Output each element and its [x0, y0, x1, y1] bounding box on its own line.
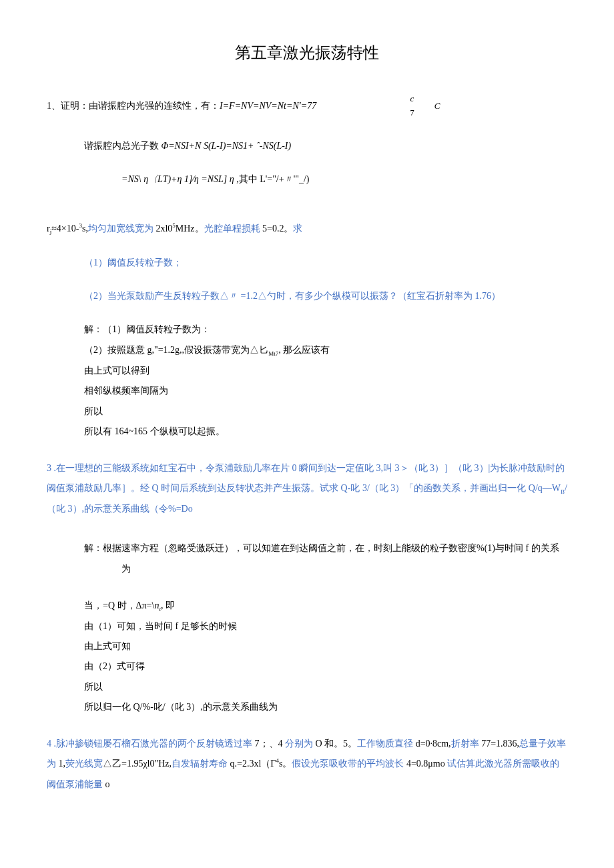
p21-blue4: 折射率 — [451, 739, 479, 749]
sol3-line4: 由（2）式可得 — [47, 659, 567, 674]
solution-2: （2）按照题意 g,"=1.2g,,假设振荡带宽为△匕Mt7, 那么应该有 — [47, 343, 567, 358]
p8-prefix: （2）按照题意 g,"=1.2g,,假设振荡带宽为△匕 — [84, 345, 268, 355]
proof-line-1: 1、证明：由谐振腔内光强的连续性，有：I=F=NV=NV=Nt=N'=77 c … — [47, 92, 567, 120]
frac-bot-1: 7 — [410, 106, 414, 120]
p4-blue1: 均匀加宽线宽为 — [88, 223, 154, 233]
p21-black4: 77=1.836, — [479, 739, 519, 749]
proof-line-2-prefix: 谐振腔内总光子数 — [84, 141, 162, 151]
proof-formula-3: =NS\ η〈LT)+η 1]∕η =NSL] η , — [121, 174, 239, 184]
p21-blue6: 荧光线宽 — [65, 759, 103, 769]
sol3-line3: 由上式可知 — [47, 639, 567, 654]
p21-black10: o — [103, 779, 110, 789]
p13-main: 3 .在一理想的三能级系统如红宝石中，令泵浦鼓励几率在片 0 瞬间到达一定值叱 … — [47, 463, 565, 494]
solution-5: 所以 — [47, 404, 567, 419]
problem-4: 4 .脉冲掺锁钮屡石榴石激光器的两个反射镜透过率 7；、4 分别为 O 和。5。… — [47, 734, 567, 795]
sol3-line6: 所以归一化 Q/%-叱/（叱 3）,的示意关系曲线为 — [47, 700, 567, 715]
proof-formula-2: Φ=NSI+N S(L-I)=NS1+ ˆ-NS(L-I) — [162, 141, 292, 151]
p21-black2: O 和。5。 — [313, 739, 357, 749]
p21-blue7: 自发辐射寿命 — [172, 759, 228, 769]
p4-mid5: 5=0.2。 — [260, 223, 294, 233]
p4-mid3: 2xl0 — [154, 223, 172, 233]
solution-1: 解：（1）阈值反转粒子数为： — [47, 322, 567, 337]
fraction-1: c 7 — [410, 92, 414, 120]
proof-line-3-suffix: 其中 L'="/+〃'"_/) — [239, 174, 310, 184]
p4-mid2: s, — [82, 223, 88, 233]
p21-black9: 4=0.8μmo — [404, 759, 447, 769]
p4-blue3: 求 — [293, 223, 302, 233]
problem-3-solution-intro: 解：根据速率方程（忽略受激跃迁），可以知道在到达阈值之前，在，时刻上能级的粒子数… — [84, 538, 567, 580]
frac-top-2: C — [434, 99, 440, 113]
p15-prefix: 当，=Q 时，Δπ=\ — [84, 600, 154, 610]
proof-line-2: 谐振腔内总光子数 Φ=NSI+N S(L-I)=NS1+ ˆ-NS(L-I) — [47, 139, 567, 153]
p21-blue2: 分别为 — [285, 739, 313, 749]
chapter-title: 第五章激光振荡特性 — [47, 40, 567, 65]
sol3-line1: 当，=Q 时，Δπ=\nt, 即 — [47, 598, 567, 614]
solution-4: 相邻纵模频率间隔为 — [47, 384, 567, 398]
p21-blue1: 脉冲掺锁钮屡石榴石激光器的两个反射镜透过率 — [56, 739, 252, 749]
sol3-line2: 由（1）可知，当时间 f 足够长的时候 — [47, 619, 567, 634]
p21-black3: d=0∙8cm, — [413, 739, 451, 749]
problem-3: 3 .在一理想的三能级系统如红宝石中，令泵浦鼓励几率在片 0 瞬间到达一定值叱 … — [47, 458, 567, 520]
p21-black5: 1, — [56, 759, 65, 769]
sol3-line5: 所以 — [47, 680, 567, 695]
p8-sub: Mt7 — [268, 350, 278, 357]
p21-black7: q.=2.3xl（Γ — [228, 759, 276, 769]
p21-blue3: 工作物质直径 — [357, 739, 413, 749]
question-1: （1）阈值反转粒子数； — [47, 256, 567, 270]
p8-suffix: , 那么应该有 — [278, 345, 330, 355]
p14-text: 解：根据速率方程（忽略受激跃迁），可以知道在到达阈值之前，在，时刻上能级的粒子数… — [47, 543, 559, 574]
p21-black1: 7；、4 — [252, 739, 285, 749]
problem-2-intro: rj≈4×10-3s,均匀加宽线宽为 2xl05MHz。光腔单程损耗 5=0.2… — [47, 221, 567, 237]
fraction-2: C — [434, 99, 440, 113]
solution-3: 由上式可以得到 — [47, 364, 567, 378]
p21-blue8: 假设光泵吸收带的平均波长 — [292, 759, 404, 769]
proof-label: 1、证明：由谐振腔内光强的连续性，有： — [47, 101, 220, 111]
p4-blue2: 光腔单程损耗 — [204, 223, 260, 233]
p4-mid4: MHz。 — [176, 223, 204, 233]
question-2: （2）当光泵鼓励产生反转粒子数△〃 =1.2△勺时，有多少个纵模可以振荡？（红宝… — [47, 289, 567, 304]
p4-mid1: ≈4×10- — [51, 223, 79, 233]
frac-top-1: c — [410, 92, 414, 106]
p21-black8: s。 — [279, 759, 292, 769]
p15-suffix: , 即 — [161, 600, 175, 610]
p21-num: 4 . — [47, 739, 56, 749]
proof-line-3: =NS\ η〈LT)+η 1]∕η =NSL] η ,其中 L'="/+〃'"_… — [47, 172, 567, 187]
p21-black6: △乙=1.95χl0"Hz, — [103, 759, 172, 769]
solution-6: 所以有 164~165 个纵模可以起振。 — [47, 424, 567, 439]
proof-formula-1: I=F=NV=NV=Nt=N'=77 — [220, 101, 316, 111]
